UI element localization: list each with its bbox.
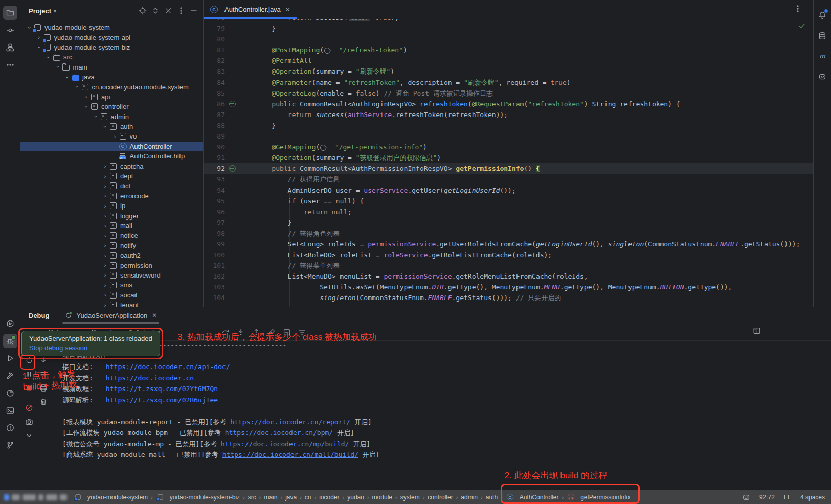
code-line-101[interactable]: 101 // 获得菜单列表	[204, 260, 813, 271]
project-panel-title[interactable]: Project	[29, 7, 51, 15]
tree-item-main[interactable]: ›main	[20, 62, 203, 72]
code-line-91[interactable]: 91 @Operation(summary = "获取登录用户的权限信息")	[204, 152, 813, 163]
tree-item-dict[interactable]: ›dict	[20, 181, 203, 191]
breadcrumb-java[interactable]: java	[284, 494, 298, 501]
breadcrumb-yudao-module-system-biz[interactable]: yudao-module-system-biz	[155, 493, 241, 501]
gutter-line-78[interactable]: 78	[204, 19, 256, 23]
gutter-line-96[interactable]: 96	[204, 207, 256, 217]
code-line-86[interactable]: 86 public CommonResult<AuthLoginRespVO> …	[204, 99, 813, 109]
gutter-line-101[interactable]: 101	[204, 260, 256, 271]
breadcrumb-auth[interactable]: auth	[485, 494, 499, 501]
gutter-line-99[interactable]: 99	[204, 239, 256, 249]
breadcrumb-src[interactable]: src	[247, 494, 257, 501]
tree-item-controller[interactable]: ›controller	[20, 102, 203, 111]
console-link[interactable]: https://doc.iocoder.cn/mall/build/	[222, 451, 358, 459]
code-line-92[interactable]: 92 public CommonResult<AuthPermissionInf…	[204, 163, 813, 174]
code-line-96[interactable]: 96 return null;	[204, 207, 813, 217]
version-control-tool-icon[interactable]	[3, 438, 17, 452]
tree-item-yudao-module-system-biz[interactable]: ›yudao-module-system-biz	[20, 42, 203, 52]
caret-position[interactable]: 92:72	[759, 494, 775, 501]
code-line-88[interactable]: 88 }	[204, 120, 813, 131]
gutter-line-90[interactable]: 90	[204, 142, 256, 152]
open-api-icon[interactable]	[320, 145, 326, 151]
code-line-78[interactable]: 78 return success(data: true);	[204, 19, 813, 23]
tree-item-api[interactable]: ›api	[20, 92, 203, 102]
gutter-line-82[interactable]: 82	[204, 55, 256, 66]
indent-setting[interactable]: 4 spaces	[800, 494, 825, 501]
locate-file-icon[interactable]	[139, 7, 147, 15]
ai-assistant-icon[interactable]	[815, 70, 829, 84]
breadcrumb-cn[interactable]: cn	[304, 494, 312, 501]
debug-tool-icon[interactable]	[3, 334, 17, 348]
console-link[interactable]: https://doc.iocoder.cn/mp/build/	[221, 440, 349, 448]
code-line-81[interactable]: 81 @PostMapping( "/refresh-token")	[204, 44, 813, 55]
code-line-98[interactable]: 98 // 获得角色列表	[204, 228, 813, 239]
tree-item-auth[interactable]: ›auth	[20, 122, 203, 131]
profiler-tool-icon[interactable]	[3, 386, 17, 400]
gutter-line-91[interactable]: 91	[204, 152, 256, 163]
code-line-79[interactable]: 79 }	[204, 23, 813, 34]
console-link[interactable]: https://doc.iocoder.cn/report/	[230, 418, 350, 426]
code-line-103[interactable]: 103 SetUtils.asSet(MenuTypeEnum.DIR.getT…	[204, 282, 813, 292]
tree-item-logger[interactable]: ›logger	[20, 211, 203, 220]
tree-item-yudao-module-system[interactable]: ›yudao-module-system	[20, 22, 203, 32]
console-link[interactable]: https://doc.iocoder.cn/api-doc/	[106, 363, 230, 371]
tree-item-oauth2[interactable]: ›oauth2	[20, 250, 203, 260]
gutter-line-88[interactable]: 88	[204, 120, 256, 131]
tree-item-ip[interactable]: ›ip	[20, 201, 203, 211]
layout-settings-icon[interactable]	[753, 327, 761, 335]
close-icon[interactable]: ✕	[285, 6, 290, 13]
api-endpoint-icon[interactable]	[229, 165, 236, 172]
terminal-tool-icon[interactable]	[3, 403, 17, 418]
tree-item-authcontroller-http[interactable]: AuthController.http	[20, 151, 203, 161]
code-line-100[interactable]: 100 List<RoleDO> roleList = roleService.…	[204, 249, 813, 260]
tree-item-admin[interactable]: ›admin	[20, 112, 203, 122]
code-line-99[interactable]: 99 Set<Long> roleIds = permissionService…	[204, 239, 813, 249]
structure-tool-icon[interactable]	[3, 40, 17, 55]
line-separator[interactable]: LF	[784, 494, 791, 501]
services-tool-icon[interactable]	[3, 316, 17, 331]
open-api-icon[interactable]	[324, 48, 330, 54]
mute-button[interactable]	[25, 404, 33, 412]
code-line-85[interactable]: 85 @OperateLog(enable = false) // 避免 Pos…	[204, 88, 813, 99]
panel-options-icon[interactable]	[177, 7, 185, 15]
console-link[interactable]: https://t.zsxq.com/02B6ujIee	[106, 396, 218, 404]
gutter-line-103[interactable]: 103	[204, 282, 256, 292]
database-icon[interactable]	[815, 29, 829, 43]
gutter-line-87[interactable]: 87	[204, 109, 256, 120]
commit-tool-icon[interactable]	[3, 23, 17, 37]
code-line-84[interactable]: 84 @Parameter(name = "refreshToken", des…	[204, 77, 813, 88]
code-line-104[interactable]: 104 singleton(CommonStatusEnum.ENABLE.ge…	[204, 292, 813, 303]
breadcrumb-yudao-module-system[interactable]: yudao-module-system	[73, 493, 149, 501]
gutter-line-94[interactable]: 94	[204, 185, 256, 196]
tree-item-mail[interactable]: ›mail	[20, 221, 203, 231]
gutter-line-86[interactable]: 86	[204, 99, 256, 109]
code-line-82[interactable]: 82 @PermitAll	[204, 55, 813, 66]
tree-item-captcha[interactable]: ›captcha	[20, 161, 203, 171]
tree-item-errorcode[interactable]: ›errorcode	[20, 191, 203, 201]
console-link[interactable]: https://doc.iocoder.cn	[106, 374, 194, 382]
breadcrumb-module[interactable]: module	[371, 494, 393, 501]
trash-button[interactable]	[39, 398, 48, 406]
tree-item-socail[interactable]: ›socail	[20, 290, 203, 300]
build-tool-icon[interactable]	[3, 369, 17, 383]
hide-panel-icon[interactable]	[190, 7, 198, 15]
tree-item-dept[interactable]: ›dept	[20, 171, 203, 181]
code-line-89[interactable]: 89	[204, 131, 813, 142]
gutter-line-104[interactable]: 104	[204, 292, 256, 303]
code-line-83[interactable]: 83 @Operation(summary = "刷新令牌")	[204, 66, 813, 77]
tab-authcontroller-java[interactable]: C AuthController.java ✕	[204, 0, 297, 19]
console-link[interactable]: https://t.zsxq.com/02Yf6M7Qn	[106, 385, 218, 393]
gutter-line-100[interactable]: 100	[204, 249, 256, 260]
gutter-line-95[interactable]: 95	[204, 196, 256, 207]
code-line-95[interactable]: 95 if (user == null) {	[204, 196, 813, 207]
breadcrumb-authcontroller[interactable]: CAuthController	[505, 493, 560, 501]
gutter-line-97[interactable]: 97	[204, 217, 256, 228]
gutter-line-89[interactable]: 89	[204, 131, 256, 142]
tree-item-src[interactable]: ›src	[20, 52, 203, 62]
debug-session-tab[interactable]: YudaoServerApplication ✕	[62, 307, 159, 324]
code-line-90[interactable]: 90 @GetMapping( "/get-permission-info")	[204, 142, 813, 152]
collapse-all-icon[interactable]	[164, 7, 172, 15]
code-line-87[interactable]: 87 return success(authService.refreshTok…	[204, 109, 813, 120]
close-icon[interactable]: ✕	[152, 312, 157, 319]
